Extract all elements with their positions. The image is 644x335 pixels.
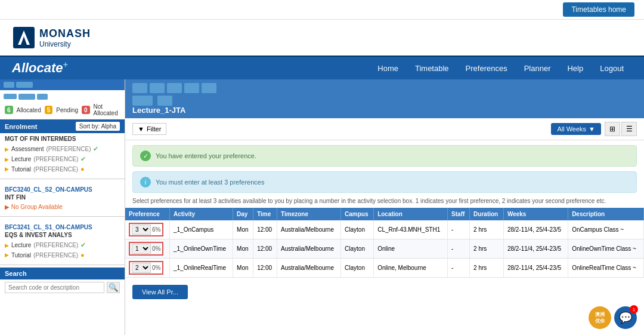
- enrolment-item-lecture2[interactable]: ▶ Lecture (PREFERENCE) ✔: [5, 240, 120, 250]
- check-icon: ✔: [93, 145, 98, 153]
- enrolment-item-lecture1[interactable]: ▶ Lecture (PREFERENCE) ✔: [5, 154, 120, 164]
- placeholder-sq3: [4, 94, 17, 99]
- enrolment-item-tutorial1[interactable]: ▶ Tutorial (PREFERENCE) ●: [5, 164, 120, 174]
- search-input[interactable]: [5, 282, 104, 293]
- duration-cell-1: 2 hrs: [470, 220, 504, 239]
- weeks-dropdown[interactable]: All Weeks ▼: [551, 123, 601, 135]
- alert-success-text: You have entered your preference.: [156, 152, 256, 159]
- nav-timetable[interactable]: Timetable: [407, 57, 457, 79]
- pref-select-3[interactable]: 123: [132, 263, 151, 273]
- nav-links: Home Timetable Preferences Planner Help …: [369, 57, 632, 79]
- pct-label-2: 0%: [152, 245, 160, 252]
- campus-cell-2: Clayton: [341, 239, 374, 259]
- alert-info-text: You must enter at least 3 preferences: [156, 179, 264, 186]
- table-header-row: Preference Activity Day Time Timezone Ca…: [125, 208, 644, 220]
- group3-subtitle: EQS & INVEST ANALYS: [5, 232, 120, 238]
- view-icons: ⊞ ☰: [605, 122, 637, 136]
- nav-planner[interactable]: Planner: [516, 57, 559, 79]
- table-row: 123 0% _1_OnlineOwnTime Mon 12:00 Austra…: [125, 239, 644, 259]
- top-bar: Timetables home: [0, 0, 644, 20]
- timezone-cell-2: Australia/Melbourne: [277, 239, 341, 259]
- day-cell-1: Mon: [233, 220, 253, 239]
- table-row: 123 0% _1_OnlineRealTime Mon 12:00 Austr…: [125, 259, 644, 278]
- breadcrumb-3: [167, 83, 182, 93]
- col-campus: Campus: [341, 208, 374, 220]
- placeholder-sq5: [37, 94, 48, 100]
- chat-bubble[interactable]: 💬 1: [614, 306, 637, 329]
- group3-header: BFC3241_CL_S1_ON-CAMPUS: [5, 223, 120, 232]
- description-cell-2: OnlineOwnTime Class ~: [568, 239, 644, 259]
- arrow-icon: ▶: [5, 156, 9, 162]
- col-preference: Preference: [125, 208, 170, 220]
- description-cell-1: OnCampus Class ~: [568, 220, 644, 239]
- timezone-cell-3: Australia/Melbourne: [277, 259, 341, 278]
- list-view-button[interactable]: ☰: [621, 122, 637, 136]
- item-pref: (PREFERENCE): [46, 146, 91, 152]
- sort-button[interactable]: Sort by: Alpha: [76, 122, 120, 131]
- filter-label: Filter: [147, 125, 161, 133]
- nav-preferences[interactable]: Preferences: [457, 57, 516, 79]
- svg-rect-0: [13, 27, 35, 48]
- brand-plus: +: [63, 60, 68, 69]
- nav-home[interactable]: Home: [369, 57, 407, 79]
- pref-cell-2: 123 0%: [125, 239, 170, 259]
- pref-cell-3: 123 0%: [125, 259, 170, 278]
- success-icon: ✓: [140, 150, 151, 161]
- day-cell-2: Mon: [233, 239, 253, 259]
- col-description: Description: [568, 208, 644, 220]
- nav-help[interactable]: Help: [559, 57, 592, 79]
- placeholder-sq4: [18, 94, 35, 100]
- not-allocated-badge: 0: [82, 106, 90, 114]
- item-pref: (PREFERENCE): [33, 166, 78, 173]
- nav-logout[interactable]: Logout: [592, 57, 632, 79]
- enrolment-header: Enrolment Sort by: Alpha: [0, 119, 125, 133]
- breadcrumb-5: [202, 83, 216, 93]
- breadcrumb-4: [184, 83, 199, 93]
- item-label: Lecture: [11, 242, 31, 248]
- check-orange-icon: ●: [80, 251, 85, 259]
- staff-cell-3: -: [448, 259, 470, 278]
- col-timezone: Timezone: [277, 208, 341, 220]
- pref-input-wrapper-1: 123 6%: [129, 223, 163, 236]
- grid-view-button[interactable]: ⊞: [605, 122, 620, 136]
- logo-bar: MONASH University: [0, 20, 644, 57]
- sidebar: 6 Allocated 5 Pending 0 Not Allocated En…: [0, 79, 125, 335]
- view-all-button[interactable]: View All Pr...: [132, 285, 188, 299]
- day-cell-3: Mon: [233, 259, 253, 278]
- col-day: Day: [233, 208, 253, 220]
- pref-input-wrapper-2: 123 0%: [129, 242, 163, 256]
- duration-cell-2: 2 hrs: [470, 239, 504, 259]
- item-pref: (PREFERENCE): [33, 156, 78, 162]
- filter-button[interactable]: ▼ Filter: [132, 123, 166, 135]
- not-allocated-label: Not Allocated: [94, 103, 120, 116]
- search-button[interactable]: 🔍: [107, 282, 120, 293]
- activity-cell-3: _1_OnlineRealTime: [170, 259, 233, 278]
- alert-success: ✓ You have entered your preference.: [132, 145, 637, 167]
- time-cell-3: 12:00: [253, 259, 277, 278]
- enrolment-item-tutorial2[interactable]: ▶ Tutorial (PREFERENCE) ●: [5, 250, 120, 260]
- preferences-table: Preference Activity Day Time Timezone Ca…: [125, 208, 644, 278]
- group2-header: BFC3240_CL_S2_ON-CAMPUS: [5, 185, 120, 194]
- item-pref: (PREFERENCE): [33, 252, 78, 259]
- item-label: Tutorial: [11, 166, 31, 173]
- pending-badge: 5: [45, 106, 53, 114]
- timezone-cell-1: Australia/Melbourne: [277, 220, 341, 239]
- pct-label-1: 6%: [152, 226, 160, 233]
- campus-cell-3: Clayton: [341, 259, 374, 278]
- divider3: [0, 265, 125, 265]
- check-icon: ✔: [80, 241, 86, 249]
- location-cell-2: Online: [374, 239, 448, 259]
- pref-select-2[interactable]: 123: [132, 244, 151, 254]
- description-cell-3: OnlineRealTime Class ~: [568, 259, 644, 278]
- breadcrumb-row: [132, 83, 637, 93]
- breadcrumb-2: [150, 83, 165, 93]
- search-input-row: 🔍: [0, 279, 125, 296]
- sidebar-top-bar: [0, 79, 125, 90]
- no-group-label: ▶ No Group Available: [5, 202, 120, 211]
- enrolment-item-assessment[interactable]: ▶ Assessment (PREFERENCE) ✔: [5, 144, 120, 154]
- col-activity: Activity: [170, 208, 233, 220]
- weeks-cell-3: 28/2-11/4, 25/4-23/5: [503, 259, 568, 278]
- timetables-home-button[interactable]: Timetables home: [563, 2, 634, 17]
- group1-title: MGT OF FIN INTERMEDS: [5, 136, 120, 142]
- pref-select-1[interactable]: 123: [132, 225, 151, 235]
